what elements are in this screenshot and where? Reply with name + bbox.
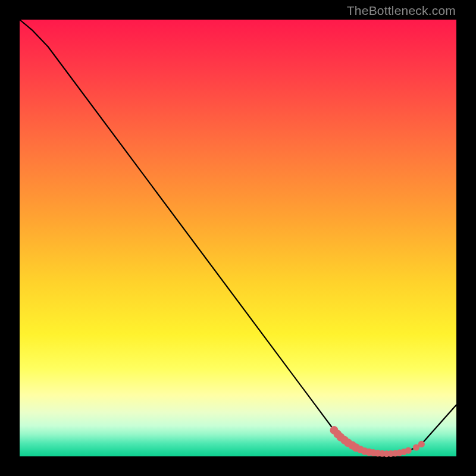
- curve-markers: [330, 426, 425, 457]
- chart-svg: [20, 20, 456, 456]
- chart-frame: TheBottleneck.com: [0, 0, 476, 476]
- curve-marker: [405, 447, 412, 454]
- chart-plot-area: [20, 20, 456, 456]
- curve-line: [20, 20, 456, 454]
- curve-marker: [418, 441, 425, 447]
- watermark-text: TheBottleneck.com: [347, 4, 456, 18]
